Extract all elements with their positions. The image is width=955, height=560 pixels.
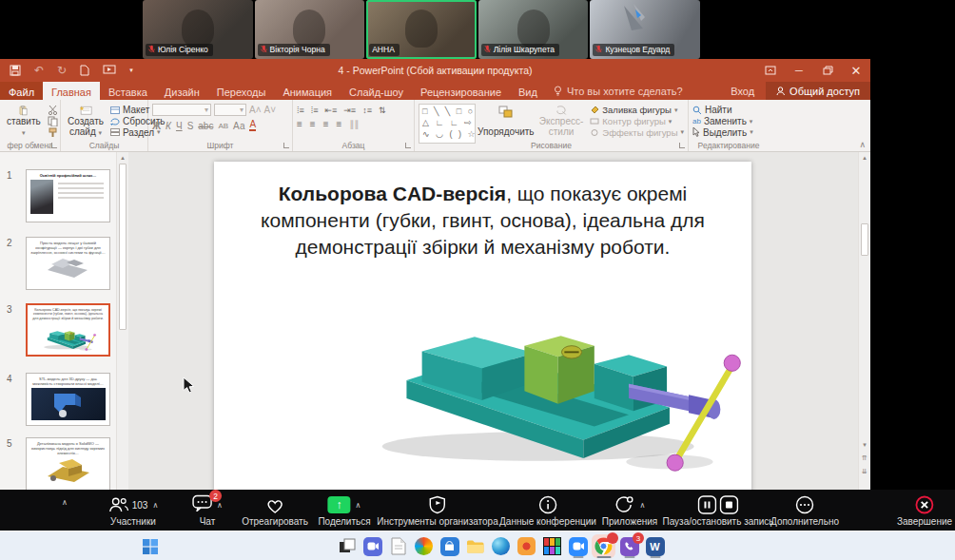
justify-icon[interactable]: ≡: [337, 119, 342, 129]
share-caret-icon[interactable]: ∧: [356, 501, 361, 510]
arrange-button[interactable]: Упорядочить: [479, 104, 533, 139]
paste-button[interactable]: ставить ▾: [4, 104, 44, 139]
thumbnail-scrollbar[interactable]: ▴: [116, 152, 128, 490]
new-slide-button[interactable]: Создать слайд ▾: [65, 104, 107, 139]
format-painter-icon[interactable]: [48, 126, 58, 138]
video-tile[interactable]: Юлія Сіренко: [143, 0, 253, 59]
stop-recording-icon[interactable]: [720, 495, 739, 514]
line-spacing-icon[interactable]: ↕≡: [362, 106, 372, 115]
word-button[interactable]: W: [643, 534, 667, 558]
numbering-icon[interactable]: ⁞≡: [311, 106, 319, 115]
restore-button[interactable]: [813, 59, 842, 82]
cut-icon[interactable]: [48, 105, 58, 116]
tab-insert[interactable]: Вставка: [100, 82, 156, 100]
align-left-icon[interactable]: ≡: [297, 119, 302, 129]
ribbon-display-options-button[interactable]: [756, 59, 785, 82]
tab-slideshow[interactable]: Слайд-шоу: [341, 82, 412, 100]
tab-view[interactable]: Вид: [510, 82, 546, 100]
collapse-ribbon-icon[interactable]: ∧: [859, 140, 866, 149]
bold-button[interactable]: Ж: [152, 121, 161, 131]
close-button[interactable]: ✕: [842, 59, 870, 82]
tab-review[interactable]: Рецензирование: [412, 82, 510, 100]
quick-styles-button[interactable]: Экспресс-стили: [536, 104, 587, 139]
columns-icon[interactable]: ∥∥: [349, 119, 359, 129]
scroll-up-icon[interactable]: ▴: [859, 152, 870, 163]
text-shadow-button[interactable]: S: [187, 121, 194, 131]
video-tile[interactable]: Лілія Шкарупета: [478, 0, 589, 59]
tab-file[interactable]: Файл: [0, 82, 43, 100]
zoom-chat-button[interactable]: 2 ∧ Чат: [192, 494, 223, 527]
store-button[interactable]: [438, 534, 461, 558]
edge-button[interactable]: [489, 534, 513, 558]
pause-recording-icon[interactable]: [698, 495, 717, 514]
minimize-button[interactable]: ─: [785, 59, 813, 82]
zoom-end-button[interactable]: Завершение: [897, 494, 952, 527]
zoom-record-controls[interactable]: Пауза/остановить запись: [662, 494, 773, 527]
shape-fill-button[interactable]: Заливка фигуры ▾: [590, 105, 684, 116]
shrink-font-icon[interactable]: A˅: [264, 105, 277, 115]
shape-effects-button[interactable]: Эффекты фигуры ▾: [590, 126, 684, 138]
bullets-icon[interactable]: ⁞≡: [297, 106, 304, 115]
find-button[interactable]: Найти: [692, 105, 753, 116]
text-direction-icon[interactable]: ⇅: [379, 106, 386, 115]
undo-icon[interactable]: ↶: [34, 64, 44, 77]
shape-outline-button[interactable]: Контур фигуры ▾: [590, 116, 684, 127]
chat-caret-icon[interactable]: ∧: [217, 501, 223, 510]
zoom-meeting-info-button[interactable]: Данные конференции: [499, 494, 596, 527]
document-app-button[interactable]: [386, 534, 410, 558]
font-color-button[interactable]: А: [249, 120, 256, 131]
zoom-app-button[interactable]: [566, 534, 590, 558]
dialog-launcher-icon[interactable]: [405, 143, 411, 148]
sign-in-button[interactable]: Вход: [719, 82, 766, 100]
file-explorer-button[interactable]: [463, 534, 487, 558]
scroll-down-icon[interactable]: ▾: [859, 441, 870, 449]
redo-icon[interactable]: ↻: [57, 64, 67, 77]
task-view-button[interactable]: [335, 534, 359, 558]
zoom-participants-button[interactable]: 103 ∧ Участники: [108, 494, 159, 527]
dialog-launcher-icon[interactable]: [679, 143, 685, 148]
previous-slide-icon[interactable]: ⇈: [859, 454, 870, 462]
video-tile[interactable]: Кузнецов Едуард: [590, 0, 700, 59]
video-tile[interactable]: Вікторія Чорна: [255, 0, 365, 59]
font-size-combobox[interactable]: ▾: [214, 104, 246, 116]
qat-customize-icon[interactable]: ▾: [129, 67, 133, 74]
save-icon[interactable]: [10, 65, 21, 76]
zoom-share-button[interactable]: ↑ ∧ Поделиться: [318, 494, 370, 527]
tab-design[interactable]: Дизайн: [156, 82, 208, 100]
scrollbar-thumb[interactable]: [119, 164, 127, 330]
select-button[interactable]: Выделить ▾: [692, 126, 753, 138]
new-slide-icon[interactable]: [80, 65, 89, 76]
copilot-button[interactable]: [412, 534, 436, 558]
align-center-icon[interactable]: ≡: [310, 119, 316, 129]
slideshow-icon[interactable]: [103, 65, 116, 76]
zoom-react-button[interactable]: Отреагировать: [242, 494, 308, 527]
replace-button[interactable]: abЗаменить ▾: [692, 116, 753, 127]
scroll-up-icon[interactable]: ▴: [117, 152, 128, 163]
tab-transitions[interactable]: Переходы: [208, 82, 275, 100]
media-app-button[interactable]: [540, 534, 564, 558]
tell-me-box[interactable]: Что вы хотите сделать?: [554, 82, 683, 100]
tab-animations[interactable]: Анимация: [274, 82, 341, 100]
video-tile-active-speaker[interactable]: АННА: [366, 0, 477, 59]
align-right-icon[interactable]: ≡: [323, 119, 329, 129]
dialog-launcher-icon[interactable]: [51, 143, 57, 148]
scrollbar-thumb[interactable]: [861, 223, 868, 256]
change-case-button[interactable]: Аа: [233, 121, 244, 131]
defender-app-button[interactable]: [515, 534, 538, 558]
tab-home[interactable]: Главная: [43, 82, 100, 100]
zoom-apps-button[interactable]: ∧ Приложения: [602, 494, 658, 527]
font-name-combobox[interactable]: ▾: [152, 104, 211, 116]
chat-app-button[interactable]: [361, 534, 384, 558]
chrome-button-active[interactable]: [592, 534, 615, 558]
indent-increase-icon[interactable]: ⇥≡: [343, 106, 356, 115]
copy-icon[interactable]: [48, 116, 58, 127]
apps-caret-icon[interactable]: ∧: [640, 501, 646, 510]
shapes-gallery[interactable]: □ ╲ ╲ □ ○ □ △ ∟ ∟ ⇨ ⇩ ◠ ∿ ◡ ( ) ☆: [419, 104, 476, 144]
slide-scrollbar[interactable]: ▴ ▾ ⇈ ⇊: [858, 152, 870, 490]
char-spacing-button[interactable]: АВ: [218, 122, 228, 130]
zoom-more-button[interactable]: Дополнительно: [770, 494, 839, 527]
italic-button[interactable]: К: [166, 121, 171, 131]
start-button[interactable]: [138, 534, 162, 558]
strikethrough-button[interactable]: abc: [198, 121, 213, 131]
grow-font-icon[interactable]: A˄: [249, 105, 262, 115]
